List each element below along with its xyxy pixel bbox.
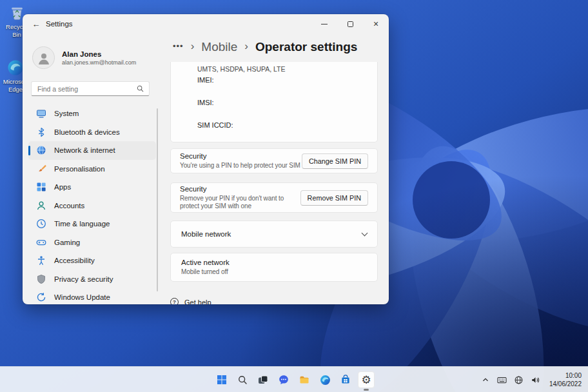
search-button[interactable]: [234, 371, 251, 388]
remove-sim-pin-button[interactable]: Remove SIM PIN: [300, 190, 368, 206]
sidebar-item-accessibility[interactable]: Accessibility: [28, 251, 156, 270]
chevron-right-icon: ›: [191, 40, 195, 53]
mobile-network-expander[interactable]: Mobile network: [170, 220, 378, 248]
sidebar-item-gaming[interactable]: Gaming: [28, 233, 156, 252]
taskbar-clock[interactable]: 10:00 14/06/2022: [549, 371, 582, 388]
get-help-link[interactable]: ? Get help: [170, 298, 378, 304]
breadcrumb: ••• › Mobile › Operator settings: [173, 40, 357, 54]
sidebar-item-apps[interactable]: Apps: [28, 178, 156, 197]
user-email: alan.jones.wm@hotmail.com: [62, 59, 136, 66]
chevron-right-icon: ›: [244, 40, 248, 53]
change-sim-pin-button[interactable]: Change SIM PIN: [302, 153, 368, 169]
task-view-icon: [258, 375, 268, 385]
paintbrush-icon: [36, 164, 46, 174]
search-icon: [137, 85, 144, 92]
sidebar-nav: System Bluetooth & devices Network & int…: [23, 104, 161, 304]
gear-icon: ⚙: [361, 375, 371, 386]
store-bag-icon: [340, 375, 351, 385]
sidebar-item-label: System: [54, 110, 79, 117]
network-globe-icon: [514, 375, 524, 385]
windows-logo-icon: [217, 375, 227, 385]
speaker-icon: [531, 375, 540, 385]
edge-button[interactable]: [317, 371, 333, 388]
breadcrumb-parent[interactable]: Mobile: [201, 40, 237, 54]
tray-expand-button[interactable]: [478, 371, 493, 388]
page-title: Operator settings: [255, 40, 357, 54]
sidebar-item-privacy-security[interactable]: Privacy & security: [28, 270, 156, 289]
touch-keyboard-button[interactable]: [495, 371, 509, 388]
clock-date: 14/06/2022: [549, 380, 582, 388]
edge-logo-icon: [320, 375, 331, 386]
start-button[interactable]: [213, 371, 230, 388]
security-change-pin-card: Security You're using a PIN to help prot…: [170, 148, 378, 173]
settings-button[interactable]: ⚙: [358, 371, 375, 388]
active-network-title: Active network: [181, 259, 367, 266]
imei-label: IMEI:: [197, 76, 367, 84]
get-help-label: Get help: [184, 299, 211, 305]
sidebar-item-network-internet[interactable]: Network & internet: [28, 141, 156, 160]
network-button[interactable]: [512, 371, 526, 388]
active-network-status: Mobile turned off: [181, 268, 367, 276]
chat-bubble-icon: [279, 375, 289, 385]
sidebar-item-label: Accessibility: [54, 257, 95, 264]
taskbar: ⚙: [0, 366, 588, 392]
keyboard-icon: [497, 375, 507, 385]
chevron-down-icon: [362, 230, 368, 236]
security-remove-pin-card: Security Remove your PIN if you don't wa…: [170, 182, 378, 213]
device-info-card: UMTS, HSDPA, HSUPA, LTE IMEI: IMSI: SIM …: [170, 62, 378, 142]
sidebar-item-accounts[interactable]: Accounts: [28, 197, 156, 215]
network-globe-icon: [36, 145, 46, 155]
sim-iccid-label: SIM ICCID:: [197, 121, 367, 130]
sidebar-item-label: Bluetooth & devices: [54, 128, 120, 136]
shield-icon: [36, 274, 46, 284]
user-profile[interactable]: Alan Jones alan.jones.wm@hotmail.com: [32, 46, 136, 69]
search-input[interactable]: [32, 85, 137, 93]
clock-icon: [36, 219, 46, 229]
update-arrows-icon: [36, 292, 46, 302]
search-icon: [238, 375, 248, 385]
chat-button[interactable]: [275, 371, 292, 388]
security-subtitle: You're using a PIN to help protect your …: [180, 162, 302, 170]
search-box[interactable]: [31, 81, 150, 96]
sidebar-item-label: Accounts: [54, 202, 84, 210]
clock-time: 10:00: [549, 371, 582, 380]
sidebar-item-label: Windows Update: [54, 293, 110, 301]
sidebar-item-personalisation[interactable]: Personalisation: [28, 160, 156, 179]
system-tray: 10:00 14/06/2022: [478, 367, 588, 392]
sidebar-item-label: Privacy & security: [54, 275, 113, 283]
sidebar-item-time-language[interactable]: Time & language: [28, 215, 156, 233]
gamepad-icon: [36, 237, 46, 248]
accessibility-person-icon: [36, 255, 46, 266]
file-explorer-button[interactable]: [296, 371, 313, 388]
settings-scroll-area: UMTS, HSDPA, HSUPA, LTE IMEI: IMSI: SIM …: [170, 62, 378, 304]
volume-button[interactable]: [529, 371, 543, 388]
sidebar-item-windows-update[interactable]: Windows Update: [28, 288, 156, 304]
user-name: Alan Jones: [62, 50, 136, 58]
imsi-label: IMSI:: [197, 99, 367, 107]
breadcrumb-more-button[interactable]: •••: [173, 41, 184, 54]
accounts-person-icon: [36, 201, 46, 211]
settings-main: ••• › Mobile › Operator settings UMTS, H…: [161, 14, 389, 304]
sidebar-item-label: Apps: [54, 183, 71, 191]
settings-window: ← Settings × Alan Jones alan.jones.wm@ho…: [23, 14, 389, 304]
system-icon: [36, 108, 46, 119]
avatar: [32, 46, 55, 69]
sidebar-item-label: Network & internet: [54, 146, 115, 154]
task-view-button[interactable]: [255, 371, 271, 388]
help-question-icon: ?: [170, 298, 179, 304]
security-title: Security: [180, 152, 302, 160]
sidebar-item-bluetooth-devices[interactable]: Bluetooth & devices: [28, 123, 156, 142]
apps-grid-icon: [36, 182, 46, 192]
security-title: Security: [180, 185, 300, 193]
security-subtitle: Remove your PIN if you don't want to pro…: [180, 195, 300, 210]
sidebar-item-label: Time & language: [54, 220, 110, 228]
sidebar-item-system[interactable]: System: [28, 104, 156, 123]
store-button[interactable]: [337, 371, 354, 388]
person-icon: [37, 51, 51, 65]
settings-sidebar: Alan Jones alan.jones.wm@hotmail.com Sys…: [23, 14, 161, 304]
sidebar-item-label: Personalisation: [54, 165, 105, 173]
modem-standards-value: UMTS, HSDPA, HSUPA, LTE: [197, 65, 367, 74]
folder-icon: [299, 375, 309, 385]
active-network-card: Active network Mobile turned off: [170, 253, 378, 282]
sidebar-scrollbar[interactable]: [157, 108, 159, 291]
